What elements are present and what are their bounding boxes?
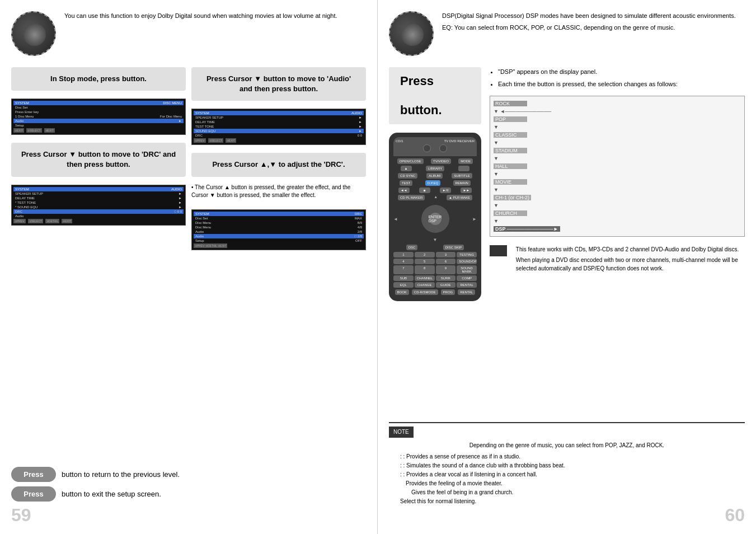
- press-return-row: Press button to return to the previous l…: [11, 467, 366, 482]
- right-header-texts: DSP(Digital Signal Processor) DSP modes …: [442, 11, 736, 32]
- left-header-text: You can use this function to enjoy Dolby…: [64, 11, 366, 21]
- bottom-note-5: Gives the feel of being in a grand churc…: [389, 488, 745, 497]
- step4-box: Press Cursor ▲,▼ to adjust the 'DRC'.: [191, 153, 366, 176]
- screen4-thumb: SYSTEMDRC Disc SetMAX Disc Menu8/9 Disc …: [191, 209, 366, 250]
- step1-label: In Stop mode, press button.: [50, 74, 147, 83]
- left-page-number: 59: [11, 505, 31, 526]
- step3-label: Press Cursor ▼ button to move to 'DRC' a…: [21, 150, 176, 168]
- step2-box: Press Cursor ▼ button to move to 'Audio'…: [191, 67, 366, 101]
- bottom-note-title: NOTE: [389, 427, 414, 438]
- dsp-bullets: "DSP" appears on the display panel. Each…: [498, 67, 745, 89]
- speaker-icon-right: [389, 11, 434, 56]
- press-dsp-heading: Press button.: [389, 67, 481, 124]
- press-heading-text: Press: [400, 74, 434, 88]
- dsp-bullet1: "DSP" appears on the display panel.: [498, 67, 745, 77]
- bottom-note-2: : : Simulates the sound of a dance club …: [389, 461, 745, 470]
- step3-box: Press Cursor ▼ button to move to 'DRC' a…: [11, 143, 186, 176]
- dsp-mode-chart: ROCK ▼ ◄───────────── POP ▼ CLASSIC ▼ ST…: [490, 96, 745, 237]
- bottom-note-4: Provides the feeling of a movie theater.: [389, 479, 745, 488]
- drc-button[interactable]: D.P.EQ: [425, 180, 441, 186]
- note2-text: When playing a DVD disc encoded with two…: [516, 256, 745, 273]
- info-column: "DSP" appears on the display panel. Each…: [490, 67, 745, 301]
- speaker-icon-left: [11, 11, 56, 56]
- note-texts: This feature works with CDs, MP3-CDs and…: [516, 245, 745, 273]
- step2-label: Press Cursor ▼ button to move to 'Audio'…: [206, 74, 351, 93]
- bottom-notes-section: NOTE Depending on the genre of music, yo…: [389, 422, 745, 506]
- right-main-content: Press button. CD/1 TV DVD RECEIVER: [389, 67, 745, 301]
- right-column: Press Cursor ▼ button to move to 'Audio'…: [191, 67, 366, 254]
- remote-control: CD/1 TV DVD RECEIVER OPEN/CLOSE TV/VIDEO…: [389, 133, 481, 301]
- right-page-number: 60: [725, 505, 745, 526]
- step1-box: In Stop mode, press button.: [11, 67, 186, 91]
- left-header: You can use this function to enjoy Dolby…: [11, 11, 366, 56]
- bottom-note-3: : : Provides a clear vocal as if listeni…: [389, 470, 745, 479]
- remote-cam-right: [439, 144, 447, 152]
- screen3-thumb: SYSTEMAUDIO SPEAKER SETUP► DELAY TIME► *…: [11, 185, 186, 226]
- right-header-text2: EQ: You can select from ROCK, POP, or CL…: [442, 23, 736, 32]
- right-header-text1: DSP(Digital Signal Processor) DSP modes …: [442, 11, 736, 21]
- left-column: In Stop mode, press button. SYSTEMDISC M…: [11, 67, 186, 254]
- step4-note: • The Cursor ▲ button is pressed, the gr…: [191, 181, 366, 202]
- press-exit-row: Press button to exit the setup screen.: [11, 486, 366, 502]
- bottom-note-intro: Depending on the genre of music, you can…: [389, 441, 745, 450]
- right-page: DSP(Digital Signal Processor) DSP modes …: [378, 0, 756, 534]
- left-page: You can use this function to enjoy Dolby…: [0, 0, 378, 534]
- page-spread: You can use this function to enjoy Dolby…: [0, 0, 756, 534]
- dark-box-icon: [490, 245, 507, 256]
- remote-cam-left: [423, 144, 431, 152]
- press-exit-button[interactable]: Press: [11, 486, 56, 502]
- navigation-circle[interactable]: ENTER DSP: [421, 205, 449, 233]
- step4-label: Press Cursor ▲,▼ to adjust the 'DRC'.: [212, 160, 345, 168]
- bottom-note-6: Select this for normal listening.: [389, 497, 745, 506]
- note1-text: This feature works with CDs, MP3-CDs and…: [516, 245, 745, 254]
- instructions-grid: In Stop mode, press button. SYSTEMDISC M…: [11, 67, 366, 254]
- remote-numpad: 1 2 3 TESTING 4 5 6 SOUND/OF 7 8 9 SOUND…: [393, 252, 477, 288]
- screen1-thumb: SYSTEMDISC MENU Disc Set Press Enter key…: [11, 99, 186, 135]
- screen2-thumb: SYSTEMAUDIO SPEAKER SETUP► DELAY TIME► T…: [191, 109, 366, 145]
- press-exit-label: button to exit the setup screen.: [62, 490, 161, 498]
- remote-column: Press button. CD/1 TV DVD RECEIVER: [389, 67, 481, 301]
- bottom-press-section: Press button to return to the previous l…: [11, 467, 366, 506]
- dsp-bullet2: Each time the button is pressed, the sel…: [498, 79, 745, 90]
- press-return-label: button to return to the previous level.: [62, 470, 180, 479]
- press-return-button[interactable]: Press: [11, 467, 56, 482]
- button-label-text: button.: [400, 103, 442, 117]
- note-section: This feature works with CDs, MP3-CDs and…: [490, 245, 745, 273]
- right-header: DSP(Digital Signal Processor) DSP modes …: [389, 11, 745, 56]
- bottom-note-1: : : Provides a sense of presence as if i…: [389, 452, 745, 461]
